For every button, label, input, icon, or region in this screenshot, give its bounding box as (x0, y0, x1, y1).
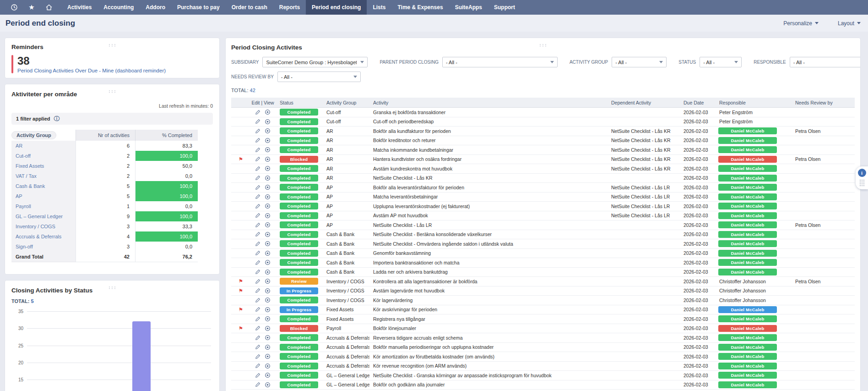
view-icon[interactable] (265, 241, 271, 247)
subsidiary-select[interactable]: SuiteCorner Demo Group : Hyresbolaget (262, 57, 368, 67)
edit-pencil-icon[interactable] (255, 316, 260, 322)
activity-group-header-chip[interactable]: Activity Group (11, 131, 56, 139)
parent-period-closing-select[interactable]: - All - (442, 57, 558, 67)
activity-group-link[interactable]: AR (11, 141, 76, 151)
main-total-value[interactable]: 42 (250, 88, 255, 93)
nav-item-support[interactable]: Support (488, 0, 521, 15)
view-icon[interactable] (265, 175, 271, 181)
personalize-button[interactable]: Personalize (783, 20, 819, 27)
nav-item-purchase-to-pay[interactable]: Purchase to pay (171, 0, 226, 15)
activity-group-link[interactable]: GL – General Ledger (11, 211, 76, 222)
info-icon[interactable]: i (858, 169, 866, 177)
reminder-link[interactable]: Period Closing Activities Over Due - Min… (17, 68, 166, 73)
edit-pencil-icon[interactable] (255, 344, 260, 350)
nav-item-addoro[interactable]: Addoro (140, 0, 171, 15)
home-icon[interactable] (41, 0, 57, 15)
edit-pencil-icon[interactable] (255, 363, 260, 369)
view-icon[interactable] (265, 147, 271, 153)
edit-pencil-icon[interactable] (255, 382, 260, 387)
edit-pencil-icon[interactable] (255, 231, 260, 237)
view-icon[interactable] (265, 344, 271, 350)
edit-pencil-icon[interactable] (255, 204, 260, 209)
edit-pencil-icon[interactable] (255, 307, 260, 312)
view-icon[interactable] (265, 316, 271, 322)
recent-records-icon[interactable] (6, 0, 22, 15)
edit-pencil-icon[interactable] (255, 354, 260, 359)
activity-group-link[interactable]: Sign-off (11, 242, 76, 252)
edit-pencil-icon[interactable] (255, 260, 260, 265)
drag-dots-icon[interactable] (859, 179, 865, 187)
edit-pencil-icon[interactable] (255, 185, 260, 190)
view-icon[interactable] (265, 307, 271, 313)
view-icon[interactable] (265, 288, 271, 294)
activity-group-link[interactable]: AP (11, 191, 76, 202)
nav-item-activities[interactable]: Activities (61, 0, 98, 15)
view-icon[interactable] (265, 297, 271, 303)
activity-group-link[interactable]: VAT / Tax (11, 171, 76, 182)
view-icon[interactable] (265, 269, 271, 275)
view-icon[interactable] (265, 372, 271, 378)
edit-pencil-icon[interactable] (255, 373, 260, 378)
edit-pencil-icon[interactable] (255, 128, 260, 134)
status-chart-total-value[interactable]: 5 (31, 298, 33, 304)
floating-help-widget[interactable]: i (856, 166, 868, 189)
edit-pencil-icon[interactable] (255, 279, 260, 284)
edit-pencil-icon[interactable] (255, 156, 260, 162)
edit-pencil-icon[interactable] (255, 250, 260, 256)
edit-pencil-icon[interactable] (255, 288, 260, 293)
edit-pencil-icon[interactable] (255, 110, 260, 115)
view-icon[interactable] (265, 165, 271, 171)
view-icon[interactable] (265, 184, 271, 190)
edit-pencil-icon[interactable] (255, 213, 260, 218)
activity-group-select[interactable]: - All - (612, 57, 667, 67)
view-icon[interactable] (265, 353, 271, 359)
edit-pencil-icon[interactable] (255, 297, 260, 303)
view-icon[interactable] (265, 213, 271, 219)
edit-pencil-icon[interactable] (255, 325, 260, 331)
edit-pencil-icon[interactable] (255, 119, 260, 124)
view-icon[interactable] (265, 250, 271, 256)
view-icon[interactable] (265, 138, 271, 143)
shortcuts-star-icon[interactable]: ★ (24, 0, 39, 15)
view-icon[interactable] (265, 325, 271, 331)
edit-pencil-icon[interactable] (255, 194, 260, 199)
drag-handle-icon[interactable] (539, 40, 547, 49)
edit-pencil-icon[interactable] (255, 138, 260, 143)
nav-item-accounting[interactable]: Accounting (98, 0, 140, 15)
view-icon[interactable] (265, 278, 271, 284)
view-icon[interactable] (265, 335, 271, 341)
drag-handle-icon[interactable] (108, 40, 116, 49)
edit-pencil-icon[interactable] (255, 269, 260, 275)
view-icon[interactable] (265, 222, 271, 228)
view-icon[interactable] (265, 128, 271, 134)
view-icon[interactable] (265, 363, 271, 369)
nav-item-suiteapps[interactable]: SuiteApps (449, 0, 488, 15)
view-icon[interactable] (265, 231, 271, 237)
activity-group-link[interactable]: Inventory / COGS (11, 221, 76, 232)
edit-pencil-icon[interactable] (255, 166, 260, 171)
drag-handle-icon[interactable] (108, 87, 116, 95)
view-icon[interactable] (265, 194, 271, 200)
edit-pencil-icon[interactable] (255, 147, 260, 153)
view-icon[interactable] (265, 259, 271, 265)
view-icon[interactable] (265, 156, 271, 162)
needs-review-by-select[interactable]: - All - (277, 72, 361, 82)
activity-group-link[interactable]: Payroll (11, 201, 76, 212)
edit-pencil-icon[interactable] (255, 335, 260, 341)
activity-group-link[interactable]: Cut-off (11, 151, 76, 161)
responsible-select[interactable]: - All - (790, 57, 861, 67)
activity-group-link[interactable]: Cash & Bank (11, 181, 76, 192)
edit-pencil-icon[interactable] (255, 222, 260, 228)
nav-item-time-expenses[interactable]: Time & Expenses (391, 0, 449, 15)
info-icon[interactable]: ⓘ (54, 116, 60, 122)
nav-item-reports[interactable]: Reports (273, 0, 306, 15)
view-icon[interactable] (265, 382, 271, 388)
activity-group-link[interactable]: Accruals & Deferrals (11, 231, 76, 242)
status-select[interactable]: - All - (700, 57, 742, 67)
view-icon[interactable] (265, 109, 271, 115)
drag-handle-icon[interactable] (108, 283, 116, 291)
nav-item-order-to-cash[interactable]: Order to cash (226, 0, 273, 15)
nav-item-period-end-closing[interactable]: Period end closing (306, 0, 367, 15)
activity-group-link[interactable]: Fixed Assets (11, 161, 76, 171)
nav-item-lists[interactable]: Lists (367, 0, 391, 15)
